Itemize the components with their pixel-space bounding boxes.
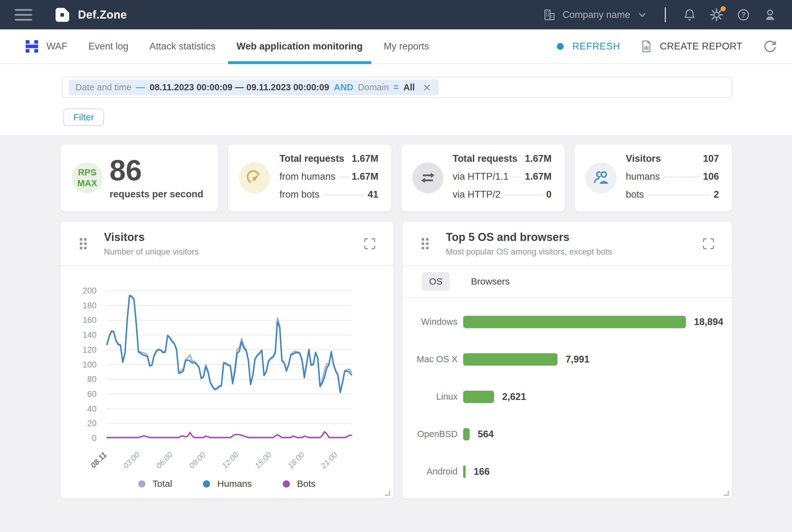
dotted-leader — [512, 177, 521, 177]
os-value: 564 — [478, 429, 494, 440]
settings-gear-icon[interactable] — [709, 7, 724, 22]
svg-text:18:00: 18:00 — [286, 450, 306, 470]
notification-dot — [720, 6, 726, 12]
tab-label: Event log — [89, 41, 128, 52]
svg-text:160: 160 — [82, 316, 96, 325]
chip-range: 08.11.2023 00:00:09 — 09.11.2023 00:00:0… — [150, 82, 329, 93]
tab-label: My reports — [384, 41, 429, 52]
stat-value: 2 — [714, 189, 719, 200]
refresh-button[interactable]: REFRESH — [557, 41, 620, 52]
total-requests-rows: Total requests1.67Mfrom humans1.67Mfrom … — [279, 153, 378, 203]
os-bar — [463, 353, 558, 366]
os-bar-row: Linux2,621 — [402, 378, 732, 415]
visitors-panel-title: Visitors — [104, 231, 199, 244]
filter-box[interactable]: Date and time — 08.11.2023 00:00:09 — 09… — [62, 77, 732, 98]
resize-handle-icon[interactable] — [385, 491, 390, 496]
legend-item-bots[interactable]: Bots — [283, 478, 316, 489]
tab-label: Web application monitoring — [237, 41, 363, 52]
tab-attack-statistics[interactable]: Attack statistics — [149, 30, 215, 63]
company-switcher[interactable]: Company name — [543, 8, 648, 22]
user-profile-icon[interactable] — [763, 8, 777, 22]
os-panel-title: Top 5 OS and browsers — [446, 231, 612, 244]
filter-chip[interactable]: Date and time — 08.11.2023 00:00:09 — 09… — [69, 79, 439, 95]
notifications-bell-icon[interactable] — [682, 8, 697, 22]
expand-icon[interactable] — [702, 237, 715, 250]
stat-value: 1.67M — [525, 153, 552, 164]
svg-text:15:00: 15:00 — [253, 450, 273, 470]
stat-label: via HTTP/1.1 — [453, 171, 509, 182]
refresh-label: REFRESH — [572, 41, 620, 52]
stat-row: via HTTP/20 — [453, 189, 552, 203]
visitors-rows: Visitors107humans106bots2 — [626, 153, 719, 203]
os-value: 2,621 — [502, 391, 526, 402]
os-panel: Top 5 OS and browsers Most popular OS am… — [402, 222, 732, 499]
stat-label: from humans — [279, 171, 335, 182]
os-label: Windows — [402, 317, 457, 327]
chip-and: AND — [334, 82, 353, 93]
restore-layout-icon[interactable] — [762, 39, 777, 54]
os-panel-tab-browsers[interactable]: Browsers — [464, 272, 517, 291]
tab-my-reports[interactable]: My reports — [384, 30, 429, 63]
svg-text:09:00: 09:00 — [187, 450, 207, 470]
total-requests-card: Total requests1.67Mfrom humans1.67Mfrom … — [228, 144, 392, 212]
http-requests-card: Total requests1.67Mvia HTTP/1.11.67Mvia … — [401, 144, 565, 212]
create-report-button[interactable]: CREATE REPORT — [640, 40, 742, 53]
stat-value: 0 — [546, 189, 552, 200]
tabs: WAFEvent logAttack statisticsWeb applica… — [25, 30, 429, 63]
drag-handle-icon[interactable] — [80, 238, 87, 249]
stat-row: via HTTP/1.11.67M — [453, 171, 552, 185]
os-bar-row: Windows18,894 — [402, 303, 732, 341]
tab-label: Attack statistics — [149, 41, 215, 52]
svg-text:12:00: 12:00 — [220, 450, 240, 470]
legend-label: Total — [152, 478, 172, 489]
chip-eq: = — [394, 82, 399, 93]
visitors-panel-subtitle: Number of unique visitors — [104, 247, 199, 257]
create-report-label: CREATE REPORT — [660, 41, 742, 52]
chip-dash: — — [136, 82, 145, 93]
dotted-leader — [504, 194, 542, 195]
svg-text:40: 40 — [87, 404, 96, 414]
os-browser-tabs: OSBrowsers — [402, 266, 732, 298]
defzone-logo-icon — [54, 6, 71, 23]
os-panel-subtitle: Most popular OS among visitors, except b… — [446, 247, 612, 257]
os-bar-chart: Windows18,894Mac OS X7,991Linux2,621Open… — [402, 298, 732, 490]
dotted-leader — [323, 194, 364, 195]
svg-text:08.11: 08.11 — [89, 450, 108, 470]
chip-value2: All — [403, 82, 415, 93]
legend-item-humans[interactable]: Humans — [203, 478, 252, 489]
chevron-down-icon — [636, 9, 648, 21]
filter-button[interactable]: Filter — [63, 109, 104, 126]
stat-row: from bots41 — [279, 189, 378, 203]
drag-handle-icon[interactable] — [422, 238, 429, 249]
os-panel-tab-os[interactable]: OS — [422, 272, 450, 291]
os-bar-row: Android166 — [402, 453, 732, 490]
menu-icon[interactable] — [15, 9, 32, 21]
legend-item-total[interactable]: Total — [138, 478, 172, 489]
legend-dot — [203, 480, 210, 488]
resize-handle-icon[interactable] — [724, 491, 729, 496]
tab-waf[interactable]: WAF — [25, 30, 68, 63]
topbar: Def.Zone Company name — [0, 0, 792, 30]
tab-web-application-monitoring[interactable]: Web application monitoring — [237, 30, 363, 63]
stat-value: 1.67M — [352, 171, 378, 182]
os-label: Linux — [402, 392, 457, 402]
stat-value: 107 — [703, 153, 719, 164]
os-bar-row: Mac OS X7,991 — [402, 341, 732, 378]
chip-close-icon[interactable] — [422, 82, 432, 93]
stats-row: RPSMAX 86 requests per second Total requ… — [60, 144, 732, 212]
waf-icon — [25, 39, 39, 54]
stat-label: Total requests — [279, 153, 344, 164]
svg-text:140: 140 — [82, 330, 96, 340]
main-content: RPSMAX 86 requests per second Total requ… — [0, 136, 792, 499]
divider — [665, 7, 666, 22]
rps-badge: RPSMAX — [72, 163, 103, 193]
expand-icon[interactable] — [363, 237, 376, 250]
tab-label: WAF — [46, 41, 68, 52]
help-icon[interactable]: ? — [736, 8, 751, 22]
svg-text:03:00: 03:00 — [121, 450, 141, 470]
tab-event-log[interactable]: Event log — [89, 30, 128, 63]
os-label: Android — [402, 467, 457, 477]
transfer-icon — [412, 163, 443, 193]
stat-row: from humans1.67M — [279, 171, 378, 185]
stat-value: 41 — [368, 189, 378, 200]
